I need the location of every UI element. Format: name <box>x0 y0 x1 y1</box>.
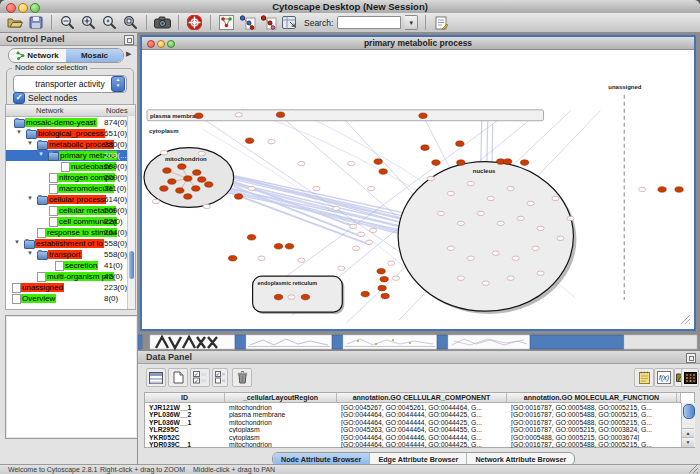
tab-network[interactable]: Network <box>9 49 66 62</box>
search-input[interactable] <box>337 16 401 29</box>
column-header-id[interactable]: ID <box>145 393 225 403</box>
expander-icon[interactable]: ▼ <box>27 195 33 201</box>
tree-row[interactable]: macromolecule 311(0) <box>6 183 135 194</box>
zoom-selected-icon[interactable] <box>101 15 118 31</box>
scroll-down-icon[interactable]: ▼ <box>682 437 694 447</box>
tree-row[interactable]: multi-organism pro 42(0) <box>6 271 135 282</box>
tree-row[interactable]: ▼ biological_process 651(0) <box>6 128 135 139</box>
svg-text:✓: ✓ <box>194 378 199 384</box>
column-header-cellular-component[interactable]: annotation.GO CELLULAR_COMPONENT <box>337 393 507 403</box>
window-titlebar[interactable]: Cytoscape Desktop (New Session) <box>0 0 700 14</box>
file-icon <box>49 206 58 216</box>
table-scrollbar-thumb[interactable] <box>683 404 695 419</box>
table-row[interactable]: YPL036W__2plasma membrane [GO:0044464, G… <box>145 411 680 418</box>
tree-row[interactable]: mosaic-demo-yeast 874(0) <box>6 117 135 128</box>
tree-row[interactable]: nucleobase- 209(0) <box>6 161 135 172</box>
delete-attribute-trash-icon[interactable] <box>232 368 252 387</box>
cytoscape-window: Cytoscape Desktop (New Session) <box>0 0 700 474</box>
window-resize-grip-icon[interactable] <box>688 463 699 474</box>
float-data-panel-icon[interactable] <box>686 353 696 363</box>
vizmapper-icon[interactable] <box>281 15 298 31</box>
open-file-icon[interactable] <box>6 15 23 31</box>
file-icon <box>37 272 46 282</box>
expander-icon[interactable]: ▼ <box>16 129 22 135</box>
expander-icon[interactable]: ▼ <box>27 250 33 256</box>
help-lifesaver-icon[interactable] <box>186 15 203 31</box>
table-row[interactable]: YJR121W__1mitochondrion [GO:0045267, GO:… <box>145 404 680 411</box>
network-canvas[interactable]: plasma membrane cytoplasm mitochondrion … <box>142 49 694 329</box>
tree-row[interactable]: unassigned 223(0) <box>6 282 135 293</box>
table-row[interactable]: YLR295Ccytoplasm [GO:0045263, GO:0044464… <box>145 426 680 433</box>
new-attribute-icon[interactable] <box>168 368 188 387</box>
create-network-icon[interactable] <box>239 15 256 31</box>
table-scrollbar[interactable]: ▲ ▼ <box>681 403 695 447</box>
expander-icon[interactable]: ▼ <box>14 239 20 245</box>
expander-icon[interactable]: ▼ <box>38 151 44 157</box>
tree-row[interactable]: cellular metabol 209(0) <box>6 205 135 216</box>
folder-icon <box>37 196 48 205</box>
tree-row[interactable]: cell communicat 22(0) <box>6 216 135 227</box>
tree-row-selected[interactable]: ▼ primary metabo 209(... <box>6 150 135 161</box>
file-icon <box>49 184 58 194</box>
annotation-icon[interactable] <box>433 15 450 31</box>
zoom-in-icon[interactable] <box>80 15 97 31</box>
tree-row[interactable]: ▼ cellular process 614(0) <box>6 194 135 205</box>
canvas-resize-grip-icon[interactable] <box>681 315 690 324</box>
save-session-icon[interactable] <box>27 15 44 31</box>
folder-icon <box>37 141 48 150</box>
status-pan-hint: Middle-click + drag to PAN <box>193 466 275 473</box>
table-row[interactable]: YDR039C__1mitochondrion [GO:0044464, GO:… <box>145 441 680 448</box>
tree-row[interactable]: response to stimulu 264(0) <box>6 227 135 238</box>
snapshot-camera-icon[interactable] <box>154 15 171 31</box>
select-attributes-icon[interactable] <box>146 368 166 387</box>
tree-row[interactable]: nitrogen compo 209(0) <box>6 172 135 183</box>
background-frames-strip[interactable] <box>138 333 700 351</box>
tree-row[interactable]: ▼ metabolic process 280(0) <box>6 139 135 150</box>
destroy-network-icon[interactable] <box>260 15 277 31</box>
network-tree: Network Nodes mosaic-demo-yeast 874(0) ▼… <box>5 104 136 310</box>
tab-scroll-right-icon[interactable]: ▶ <box>126 50 131 58</box>
dropdown-stepper-icon[interactable]: ▲▼ <box>111 76 125 92</box>
tree-column-nodes[interactable]: Nodes <box>106 106 128 115</box>
status-zoom-hint: Right-click + drag to ZOOM <box>100 466 185 473</box>
search-label: Search: <box>304 18 333 28</box>
tab-mosaic[interactable]: Mosaic <box>66 49 123 62</box>
control-panel-tabs: Network Mosaic <box>8 48 124 63</box>
folder-icon <box>26 130 37 139</box>
table-row[interactable]: YKR052Ccytoplasm [GO:0044464, GO:0044446… <box>145 434 680 441</box>
tree-row[interactable]: ▼ establishment of lo 558(0) <box>6 238 135 249</box>
tree-scrollbar-thumb[interactable] <box>129 251 134 279</box>
select-nodes-label: Select nodes <box>28 93 77 103</box>
folder-icon <box>37 251 48 260</box>
frame-title: primary metabolic process <box>142 38 694 48</box>
network-view-frame[interactable]: primary metabolic process <box>140 35 696 331</box>
column-header-molecular-function[interactable]: annotation.GO MOLECULAR_FUNCTION <box>507 393 677 403</box>
endoplasmic-reticulum-label: endoplasmic reticulum <box>258 280 318 286</box>
expander-icon[interactable]: ▼ <box>27 140 33 146</box>
zoom-fit-icon[interactable] <box>122 15 139 31</box>
search-dropdown-icon[interactable]: ▼ <box>405 15 418 30</box>
tree-row[interactable]: ▼ transport 558(0) <box>6 249 135 260</box>
svg-text:f(x): f(x) <box>659 374 669 382</box>
tree-row[interactable]: secretion 41(0) <box>6 260 135 271</box>
attribute-checklist-icon[interactable]: ✓✓ <box>190 368 210 387</box>
notepad-icon[interactable] <box>634 368 654 387</box>
node-color-dropdown[interactable]: transporter activity <box>13 75 127 93</box>
tree-column-network[interactable]: Network <box>36 106 64 115</box>
function-builder-icon[interactable]: f(x) <box>654 368 674 387</box>
folder-icon <box>24 240 35 249</box>
table-row[interactable]: YPL036W__1mitochondrion [GO:0044464, GO:… <box>145 419 680 426</box>
network-overview-icon[interactable] <box>218 15 235 31</box>
zoom-out-icon[interactable] <box>59 15 76 31</box>
cytoplasm-label: cytoplasm <box>149 128 179 134</box>
select-nodes-checkbox[interactable]: ✓ <box>13 92 25 104</box>
column-header-spacer <box>677 393 681 403</box>
tree-scrollbar[interactable] <box>127 116 135 310</box>
tree-row[interactable]: Overview 8(0) <box>6 293 135 304</box>
birdseye-view-panel[interactable] <box>5 315 138 439</box>
matrix-view-icon[interactable] <box>681 368 699 387</box>
column-header-region[interactable]: _cellularLayoutRegion <box>225 393 337 403</box>
attribute-list-icon[interactable]: ✓ <box>212 368 228 387</box>
float-panel-icon[interactable] <box>124 35 134 45</box>
tree-header[interactable]: Network Nodes <box>6 105 135 117</box>
